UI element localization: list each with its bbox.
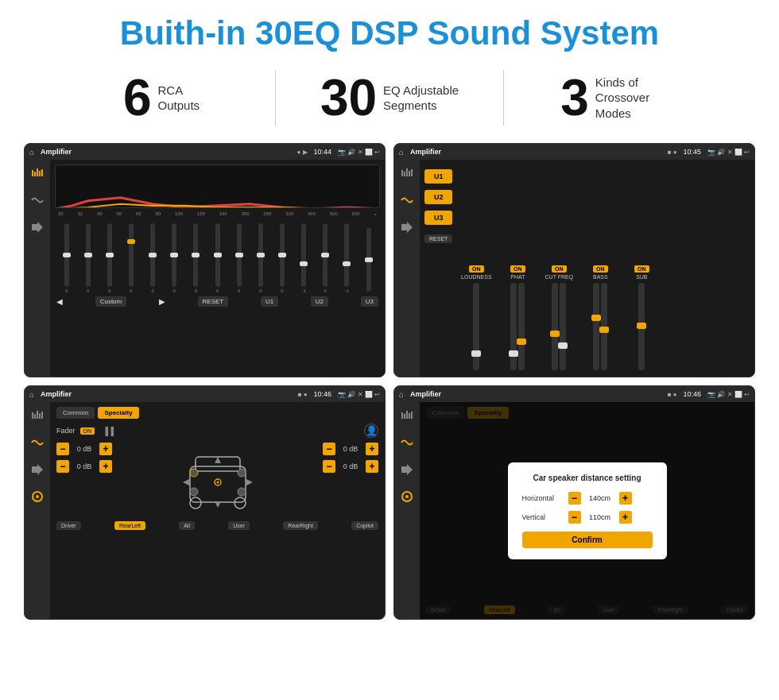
eq-slider-10[interactable]: 0	[272, 223, 292, 293]
fader-sidebar-icon-1[interactable]	[29, 408, 46, 423]
stat-label-rca: RCAOutputs	[158, 83, 200, 114]
crossover-reset[interactable]: RESET	[424, 234, 452, 243]
svg-rect-4	[41, 169, 43, 176]
eq-slider-12[interactable]: 0	[316, 223, 335, 293]
db-row-2: − 0 dB +	[323, 443, 378, 455]
eq-slider-6[interactable]: 0	[186, 223, 206, 293]
eq-slider-0[interactable]: 0	[56, 223, 76, 293]
eq-reset-btn[interactable]: RESET	[198, 296, 229, 307]
db-row-0: − 0 dB +	[56, 443, 112, 455]
db-minus-1[interactable]: −	[56, 460, 69, 473]
db-minus-2[interactable]: −	[323, 443, 335, 455]
ch-bass-slider1[interactable]	[593, 283, 599, 370]
fader-on-badge[interactable]: ON	[80, 427, 95, 435]
fader-btn-copilot[interactable]: Copilot	[351, 521, 378, 530]
dialog-vertical-minus[interactable]: −	[568, 511, 581, 524]
eq-slider-5[interactable]: 0	[165, 223, 184, 293]
eq-slider-3[interactable]: 5	[121, 223, 141, 293]
crossover-u1[interactable]: U1	[424, 169, 452, 184]
eq-u1-btn[interactable]: U1	[261, 296, 278, 307]
eq-slider-11[interactable]: -1	[294, 223, 314, 293]
fader-sidebar-icon-3[interactable]	[29, 462, 46, 477]
eq-slider-9[interactable]: 0	[250, 223, 270, 293]
eq-slider-14[interactable]	[358, 228, 378, 293]
eq-slider-4[interactable]: 0	[143, 223, 163, 293]
db-minus-3[interactable]: −	[323, 460, 335, 473]
fader-btn-rearright[interactable]: RearRight	[283, 521, 318, 530]
fader-dialog-sidebar-icon-3[interactable]	[398, 462, 416, 477]
ch-cutfreq-on[interactable]: ON	[552, 265, 567, 273]
ch-cutfreq-slider1[interactable]	[552, 283, 558, 370]
svg-point-26	[238, 469, 246, 477]
crossover-u3[interactable]: U3	[424, 211, 452, 225]
eq-slider-8[interactable]: 0	[229, 223, 249, 293]
ch-loudness-on[interactable]: ON	[469, 265, 484, 273]
fader-sidebar-icon-2[interactable]	[29, 435, 46, 450]
dialog-horizontal-plus[interactable]: +	[619, 492, 632, 505]
db-value-3: 0 dB	[339, 462, 362, 470]
stats-row: 6 RCAOutputs 30 EQ AdjustableSegments 3 …	[0, 60, 779, 135]
eq-custom-btn[interactable]: Custom	[95, 296, 127, 307]
fader-btn-user[interactable]: User	[228, 521, 250, 530]
eq-u3-btn[interactable]: U3	[361, 296, 378, 307]
fader-dialog-sidebar-icon-4[interactable]	[398, 489, 416, 504]
db-plus-1[interactable]: +	[99, 460, 112, 473]
eq-slider-2[interactable]: 0	[99, 223, 119, 293]
fader-dialog-sidebar-icon-2[interactable]	[398, 435, 416, 450]
eq-sidebar-icon-2[interactable]	[29, 193, 46, 207]
eq-labels: 25 32 40 50 63 80 100 125 160 200 250 32…	[55, 211, 380, 216]
confirm-button[interactable]: Confirm	[522, 532, 653, 548]
dialog-vertical-plus[interactable]: +	[619, 511, 632, 524]
dialog-horizontal-minus[interactable]: −	[568, 492, 581, 505]
db-value-1: 0 dB	[72, 462, 96, 470]
crossover-sidebar-icon-1[interactable]	[398, 166, 416, 180]
ch-sub-slider[interactable]	[638, 283, 645, 370]
eq-sidebar-icon-1[interactable]	[29, 166, 46, 180]
stat-label-eq: EQ AdjustableSegments	[383, 83, 459, 114]
tab-specialty[interactable]: Specialty	[98, 407, 138, 419]
eq-u2-btn[interactable]: U2	[311, 296, 328, 307]
stat-eq: 30 EQ AdjustableSegments	[276, 72, 503, 123]
db-value-0: 0 dB	[72, 445, 96, 453]
dots-eq: ● ▶	[297, 149, 308, 156]
eq-nav-next[interactable]: ▶	[159, 297, 165, 306]
screen-title-eq: Amplifier	[41, 148, 293, 156]
tab-common[interactable]: Common	[56, 407, 95, 419]
status-bar-crossover: ⌂ Amplifier ■ ● 10:45 📷 🔊 ✕ ⬜ ↩	[394, 144, 754, 160]
eq-slider-7[interactable]: 0	[207, 223, 227, 293]
dialog-horizontal-label: Horizontal	[522, 494, 564, 502]
svg-marker-18	[32, 464, 43, 475]
ch-phat-slider1[interactable]	[510, 283, 517, 370]
settings-icon[interactable]: 👤	[364, 423, 378, 438]
fader-btn-all[interactable]: All	[179, 521, 195, 530]
db-minus-0[interactable]: −	[56, 443, 69, 455]
svg-point-30	[216, 481, 219, 484]
eq-nav-prev[interactable]: ◀	[56, 297, 63, 306]
crossover-sidebar-icon-3[interactable]	[398, 220, 416, 234]
ch-cutfreq-slider2[interactable]	[560, 283, 566, 370]
ch-phat-on[interactable]: ON	[510, 265, 525, 273]
screen-fader: ⌂ Amplifier ■ ● 10:46 📷 🔊 ✕ ⬜ ↩	[24, 385, 386, 620]
ch-phat: ON PHAT	[498, 265, 537, 370]
fader-dialog-sidebar-icon-1[interactable]	[398, 408, 416, 423]
db-plus-3[interactable]: +	[366, 460, 378, 473]
db-plus-2[interactable]: +	[366, 443, 378, 455]
fader-btn-driver[interactable]: Driver	[56, 521, 81, 530]
eq-sidebar-icon-3[interactable]	[29, 220, 46, 234]
crossover-sidebar-icon-2[interactable]	[398, 193, 416, 207]
crossover-u2[interactable]: U2	[424, 190, 452, 204]
eq-slider-13[interactable]: -1	[337, 223, 357, 293]
ch-sub-on[interactable]: ON	[634, 265, 649, 273]
db-plus-0[interactable]: +	[99, 443, 112, 455]
fader-btn-rearleft[interactable]: RearLeft	[114, 521, 145, 530]
ch-bass-on[interactable]: ON	[593, 265, 608, 273]
svg-marker-33	[183, 479, 189, 485]
eq-slider-1[interactable]: 0	[78, 223, 98, 293]
ch-loudness-slider[interactable]	[473, 283, 479, 370]
dots-fader-dialog: ■ ●	[668, 391, 677, 398]
fader-sidebar-icon-4[interactable]	[29, 489, 46, 504]
time-fader: 10:46	[314, 390, 332, 398]
time-eq: 10:44	[314, 148, 332, 156]
ch-phat-slider2[interactable]	[518, 283, 525, 370]
ch-bass-slider2[interactable]	[601, 283, 607, 370]
